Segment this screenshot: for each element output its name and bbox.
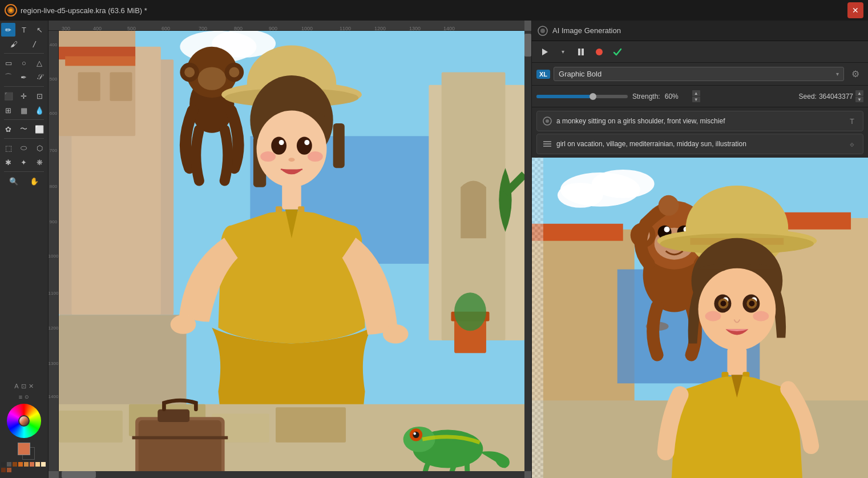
- svg-point-2: [9, 9, 13, 12]
- swatch-9[interactable]: [7, 468, 11, 472]
- strength-bar: Strength: 60% ▲ ▼ Seed: 364043377 ▲ ▼: [532, 86, 868, 107]
- rect-select-tool[interactable]: ⬚: [1, 141, 15, 155]
- multibrush-tool[interactable]: ✿: [1, 122, 15, 136]
- canvas-viewport[interactable]: [59, 31, 524, 471]
- rect-tool[interactable]: ▭: [1, 56, 15, 70]
- pan-tool[interactable]: ✋: [25, 174, 44, 188]
- play-button[interactable]: [536, 44, 552, 60]
- style-prompt-action[interactable]: ⟐: [846, 138, 858, 150]
- svg-rect-13: [110, 73, 132, 101]
- bezier-tool[interactable]: ✒: [17, 70, 31, 84]
- seed-label: Seed:: [799, 93, 817, 101]
- crop-tool[interactable]: ⊞: [1, 103, 15, 117]
- close-button[interactable]: ✕: [847, 2, 863, 18]
- swatch-2[interactable]: [13, 462, 17, 467]
- close-panel-btn[interactable]: ✕: [29, 383, 34, 390]
- swatch-5[interactable]: [30, 462, 34, 467]
- preview-canvas: [532, 158, 868, 478]
- brush-panel-btn[interactable]: ⊡: [21, 383, 26, 390]
- svg-point-110: [749, 301, 754, 307]
- calligraphy-tool[interactable]: 𝒮: [33, 70, 47, 84]
- swatch-4[interactable]: [24, 462, 29, 467]
- record-button[interactable]: [591, 44, 607, 60]
- model-selector-bar: XL Graphic Bold ▾ ⚙: [532, 63, 868, 86]
- similar-select-tool[interactable]: ❋: [33, 155, 47, 169]
- svg-rect-70: [543, 146, 551, 147]
- swatch-3[interactable]: [18, 462, 23, 467]
- smudge-tool[interactable]: 〜: [17, 122, 31, 136]
- swatch-6[interactable]: [35, 462, 40, 467]
- vertical-scrollbar[interactable]: [524, 31, 531, 471]
- eraser-tool[interactable]: ⬜: [33, 122, 47, 136]
- polygon-tool[interactable]: △: [33, 56, 47, 70]
- ruler-mark-1100: 1100: [340, 26, 351, 31]
- model-dropdown[interactable]: Graphic Bold ▾: [554, 67, 844, 81]
- gradient-tool[interactable]: ▦: [17, 103, 31, 117]
- titlebar: region-live-d5-upscale.kra (63.6 MiB) * …: [0, 0, 868, 21]
- pencil-tool[interactable]: /: [25, 37, 44, 51]
- tool-row-7: ✿ 〜 ⬜: [1, 122, 47, 136]
- svg-rect-63: [578, 49, 580, 55]
- fill-tool[interactable]: ⬛: [1, 89, 15, 103]
- main-layout: ✏ T ↖ 🖌 / ▭ ○ △ ⌒ ✒ 𝒮: [0, 21, 868, 478]
- move-tool[interactable]: ✛: [17, 89, 31, 103]
- apply-button[interactable]: [609, 44, 625, 60]
- left-toolbar: ✏ T ↖ 🖌 / ▭ ○ △ ⌒ ✒ 𝒮: [0, 21, 49, 478]
- model-settings-button[interactable]: ⚙: [847, 66, 863, 82]
- layer-panel-btn[interactable]: A: [14, 383, 18, 390]
- zoom-tool[interactable]: 🔍: [4, 174, 23, 188]
- strength-slider[interactable]: [536, 95, 628, 98]
- play-dropdown-button[interactable]: ▾: [555, 44, 571, 60]
- ruler-mark-900: 900: [269, 26, 277, 31]
- svg-rect-11: [65, 57, 135, 66]
- positive-prompt-action[interactable]: T: [846, 115, 858, 127]
- paint-tool[interactable]: 🖌: [4, 37, 23, 51]
- contiguous-select-tool[interactable]: ✦: [17, 155, 31, 169]
- style-prompt-icon: [542, 138, 553, 150]
- swatch-0[interactable]: [1, 462, 6, 467]
- svg-rect-49: [139, 420, 221, 471]
- positive-prompt-text[interactable]: a monkey sitting on a girls shoulder, fr…: [556, 117, 842, 125]
- seed-area: Seed: 364043377 ▲ ▼: [799, 90, 863, 102]
- ellipse-select-tool[interactable]: ⬭: [17, 141, 31, 155]
- strength-down[interactable]: ▼: [692, 97, 700, 102]
- horizontal-scroll-thumb[interactable]: [62, 471, 96, 478]
- separator-3: [4, 119, 44, 120]
- ruler-mark-1300: 1300: [409, 26, 421, 31]
- magic-wand-tool[interactable]: ✱: [1, 155, 15, 169]
- window-title: region-live-d5-upscale.kra (63.6 MiB) *: [21, 6, 147, 15]
- tool-row-4: ⌒ ✒ 𝒮: [1, 70, 47, 84]
- color-wheel[interactable]: [7, 404, 41, 438]
- text-tool[interactable]: T: [17, 23, 31, 37]
- freehand-select-tool[interactable]: ⬡: [33, 141, 47, 155]
- tool-row-8: ⬚ ⬭ ⬡: [1, 141, 47, 155]
- horizontal-scrollbar[interactable]: [59, 471, 524, 478]
- transform-tool[interactable]: ⊡: [33, 89, 47, 103]
- strength-slider-thumb[interactable]: [590, 93, 596, 100]
- vertical-scroll-thumb[interactable]: [524, 34, 531, 57]
- ellipse-tool[interactable]: ○: [17, 56, 31, 70]
- pause-button[interactable]: [573, 44, 589, 60]
- freehand-brush-tool[interactable]: ✏: [1, 23, 15, 37]
- ruler-mark-500: 500: [127, 26, 136, 31]
- seed-down[interactable]: ▼: [855, 97, 863, 102]
- model-badge: XL: [536, 70, 550, 79]
- svg-point-74: [558, 183, 603, 208]
- foreground-color-swatch[interactable]: [18, 443, 30, 455]
- seed-spinners: ▲ ▼: [855, 90, 863, 102]
- seed-up[interactable]: ▲: [855, 90, 863, 96]
- swatch-8[interactable]: [1, 468, 6, 472]
- preview-area: [532, 158, 868, 478]
- strength-value: 60%: [665, 93, 688, 101]
- shape-select-tool[interactable]: ↖: [33, 23, 47, 37]
- layer-options-icon: ⊙: [25, 394, 29, 400]
- strength-up[interactable]: ▲: [692, 90, 700, 96]
- swatch-7[interactable]: [41, 462, 46, 467]
- freehand-path-tool[interactable]: ⌒: [1, 70, 15, 84]
- colorpick-tool[interactable]: 💧: [33, 103, 47, 117]
- svg-point-61: [540, 29, 545, 33]
- style-prompt-text[interactable]: girl on vacation, village, mediterrainia…: [556, 140, 842, 148]
- separator-4: [4, 138, 44, 139]
- ai-panel-header: AI Image Generation: [532, 21, 868, 41]
- swatch-1[interactable]: [7, 462, 11, 467]
